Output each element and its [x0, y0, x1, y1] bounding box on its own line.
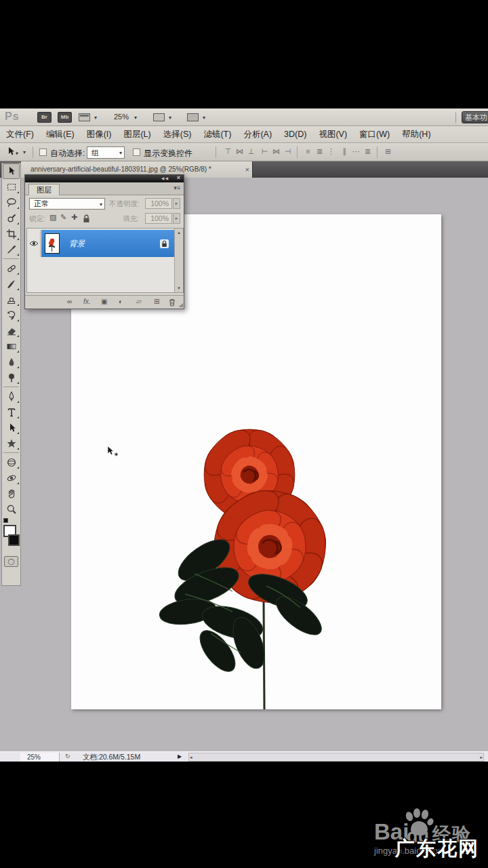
new-group-icon[interactable]: ▱: [136, 298, 142, 305]
3d-rotate-tool[interactable]: [3, 454, 20, 470]
scroll-down-icon[interactable]: ▾: [175, 285, 183, 291]
blur-tool[interactable]: [3, 354, 20, 370]
align-vertical-center-icon[interactable]: ⋈: [234, 147, 245, 156]
horizontal-scrollbar[interactable]: ◂ ▸: [188, 753, 484, 762]
add-layer-mask-icon[interactable]: ▣: [101, 298, 107, 305]
view-extras-caret[interactable]: ▾: [169, 115, 171, 121]
menu-window[interactable]: 窗口(W): [353, 129, 396, 140]
layer-thumbnail[interactable]: [45, 233, 60, 254]
layer-style-icon[interactable]: fx.: [83, 298, 91, 305]
brush-tool[interactable]: [3, 276, 20, 292]
history-brush-tool[interactable]: [3, 307, 20, 323]
menu-select[interactable]: 选择(S): [157, 129, 198, 140]
rectangular-marquee-tool[interactable]: [3, 179, 20, 195]
zoom-level-caret[interactable]: ▾: [134, 115, 137, 121]
dodge-tool[interactable]: [3, 370, 20, 385]
blend-mode-dropdown[interactable]: 正常 ▾: [29, 198, 105, 210]
menu-analysis[interactable]: 分析(A): [237, 129, 278, 140]
show-transform-checkbox[interactable]: [133, 149, 140, 156]
quick-mask-button[interactable]: ◯: [4, 556, 18, 567]
zoom-tool[interactable]: [3, 501, 20, 517]
link-layers-icon[interactable]: ∞: [67, 298, 72, 305]
lasso-tool[interactable]: [3, 195, 20, 210]
align-right-icon[interactable]: ⊣: [282, 147, 293, 156]
quick-selection-tool[interactable]: [3, 210, 20, 226]
spot-healing-brush-tool[interactable]: [3, 260, 20, 276]
panel-titlebar[interactable]: ◀◀ ×: [25, 175, 184, 182]
layer-list-scrollbar[interactable]: ▴ ▾: [174, 229, 183, 292]
panel-close-icon[interactable]: ×: [177, 174, 180, 181]
layer-row-background[interactable]: 背景: [27, 230, 176, 257]
selected-layer[interactable]: 背景: [41, 230, 176, 257]
pen-tool[interactable]: [3, 389, 20, 404]
fill-field[interactable]: 100%: [145, 213, 172, 224]
3d-orbit-tool[interactable]: [3, 470, 20, 486]
menu-filter[interactable]: 滤镜(T): [197, 129, 237, 140]
align-left-icon[interactable]: ⊢: [259, 147, 270, 156]
distribute-horizontal-center-icon[interactable]: ⋯: [350, 147, 362, 156]
eyedropper-tool[interactable]: [3, 241, 20, 257]
distribute-left-icon[interactable]: ∥: [339, 147, 350, 156]
scroll-up-icon[interactable]: ▴: [175, 230, 183, 235]
lock-position-icon[interactable]: ✚: [71, 213, 77, 222]
lock-all-icon[interactable]: [83, 214, 90, 223]
opacity-spinner[interactable]: ▸: [173, 198, 180, 209]
visibility-gutter[interactable]: [27, 230, 41, 257]
type-tool[interactable]: [3, 404, 20, 420]
lock-image-icon[interactable]: ✎: [60, 213, 66, 222]
menu-edit[interactable]: 编辑(E): [40, 129, 81, 140]
path-selection-tool[interactable]: [3, 420, 20, 435]
auto-align-layers-icon[interactable]: ⊞: [382, 147, 394, 156]
menu-image[interactable]: 图像(I): [81, 129, 118, 140]
menu-help[interactable]: 帮助(H): [396, 129, 436, 140]
workspace-switcher-button[interactable]: 基本功: [462, 111, 488, 123]
move-tool-options-icon[interactable]: [7, 146, 19, 159]
scroll-right-icon[interactable]: ▸: [480, 755, 483, 760]
default-colors-icon[interactable]: [3, 518, 8, 523]
eraser-tool[interactable]: [3, 323, 20, 338]
background-color-swatch[interactable]: [8, 534, 20, 546]
lock-transparent-icon[interactable]: ▨: [49, 213, 56, 222]
menu-3d[interactable]: 3D(D): [278, 130, 312, 139]
distribute-right-icon[interactable]: ≣: [362, 147, 373, 156]
gradient-tool[interactable]: [3, 338, 20, 354]
status-popup-icon[interactable]: ▶: [178, 753, 182, 760]
panel-menu-icon[interactable]: ▾≡: [174, 184, 180, 191]
delete-layer-icon[interactable]: [169, 298, 176, 307]
new-layer-icon[interactable]: ⊞: [154, 298, 159, 305]
custom-shape-tool[interactable]: [3, 435, 20, 451]
status-zoom-field[interactable]: 25%: [20, 753, 60, 762]
move-tool[interactable]: [3, 163, 20, 179]
document-close-icon[interactable]: ×: [245, 161, 249, 178]
screen-mode-icon[interactable]: [187, 113, 199, 121]
hand-tool[interactable]: [3, 486, 20, 501]
scroll-left-icon[interactable]: ◂: [190, 755, 192, 760]
panel-collapse-icon[interactable]: ◀◀: [161, 176, 169, 180]
opacity-field[interactable]: 100%: [145, 198, 172, 209]
tool-preset-caret[interactable]: ▾: [23, 149, 26, 155]
menu-layer[interactable]: 图层(L): [117, 129, 157, 140]
layers-tab[interactable]: 图层: [28, 184, 60, 195]
auto-select-checkbox[interactable]: [39, 149, 47, 156]
fill-spinner[interactable]: ▸: [173, 213, 180, 224]
panel-resize-grip[interactable]: ◢: [179, 302, 183, 308]
arrange-documents-icon[interactable]: [79, 113, 90, 121]
crop-tool[interactable]: [3, 226, 20, 241]
view-extras-icon[interactable]: [153, 113, 165, 121]
adjustment-layer-icon[interactable]: ◐: [119, 298, 123, 305]
distribute-bottom-icon[interactable]: ⋮: [325, 147, 337, 156]
auto-select-dropdown[interactable]: 组 ▾: [87, 146, 125, 159]
menu-file[interactable]: 文件(F): [0, 129, 40, 140]
arrange-documents-caret[interactable]: ▾: [94, 115, 97, 121]
distribute-top-icon[interactable]: ≡: [302, 147, 314, 155]
zoom-level-control[interactable]: 25%: [114, 113, 129, 121]
launch-mobile-button[interactable]: Mb: [58, 112, 72, 123]
clone-stamp-tool[interactable]: [3, 292, 20, 307]
menu-view[interactable]: 视图(V): [312, 129, 353, 140]
launch-bridge-button[interactable]: Br: [37, 112, 52, 123]
screen-mode-caret[interactable]: ▾: [203, 115, 205, 121]
align-horizontal-center-icon[interactable]: ⋈: [270, 147, 282, 156]
distribute-vertical-center-icon[interactable]: ≣: [314, 147, 325, 156]
align-top-icon[interactable]: ⊤: [222, 147, 234, 156]
align-bottom-icon[interactable]: ⊥: [245, 147, 257, 156]
